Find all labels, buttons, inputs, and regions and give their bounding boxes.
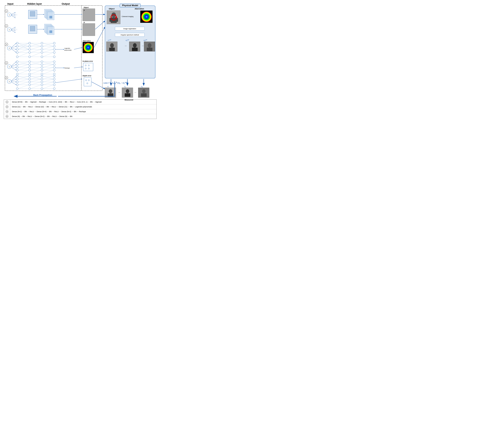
- svg-point-216: [7, 79, 11, 84]
- svg-point-72: [7, 46, 11, 50]
- svg-point-76: [16, 42, 18, 44]
- backprop-label: Back Propagation: [33, 94, 52, 96]
- svg-rect-39: [30, 11, 35, 16]
- svg-line-277: [11, 82, 16, 85]
- svg-line-185: [30, 62, 41, 65]
- legend-row-2-num: ②: [4, 104, 10, 109]
- svg-line-125: [43, 43, 53, 46]
- svg-line-275: [11, 79, 16, 81]
- svg-line-278: [55, 79, 82, 83]
- svg-line-191: [30, 70, 41, 74]
- svg-point-162: [41, 61, 43, 63]
- svg-rect-60: [28, 25, 37, 34]
- svg-rect-40: [45, 9, 51, 17]
- main-container: Input Hidden layer Output Physical Model…: [0, 0, 160, 121]
- svg-point-167: [41, 73, 43, 75]
- svg-line-205: [11, 67, 16, 67]
- svg-point-94: [53, 42, 55, 44]
- svg-point-10: [141, 12, 152, 22]
- svg-text:1: 1: [9, 81, 10, 82]
- sqrt-N-label: √IN: [141, 86, 143, 88]
- svg-text:polynomials: polynomials: [64, 49, 72, 51]
- measured-dots-1: ...: [118, 91, 120, 93]
- loss-formula-text: Loss = 1/N Σn=1N (√In − √Inest)2: [104, 82, 128, 84]
- svg-rect-66: [50, 31, 52, 33]
- svg-line-101: [18, 43, 29, 46]
- svg-point-161: [29, 73, 30, 75]
- svg-line-258: [30, 79, 41, 82]
- svg-line-136: [11, 49, 16, 53]
- svg-point-243: [53, 88, 55, 90]
- pm-angular-spectrum-box: Angular spectrum method: [115, 33, 144, 37]
- svg-text:⋮: ⋮: [29, 71, 30, 73]
- svg-text:⋮: ⋮: [16, 14, 17, 15]
- svg-point-146: [7, 65, 11, 69]
- svg-line-178: [18, 65, 29, 67]
- svg-rect-64: [46, 26, 53, 34]
- svg-line-133: [11, 43, 16, 48]
- svg-point-237: [41, 88, 43, 90]
- svg-point-96: [53, 48, 55, 50]
- svg-rect-280: [84, 77, 91, 86]
- svg-text:1: 1: [9, 14, 10, 16]
- svg-line-197: [43, 65, 53, 67]
- svg-point-156: [29, 61, 30, 63]
- svg-point-84: [29, 48, 30, 50]
- svg-rect-0: [5, 6, 81, 91]
- svg-point-15: [133, 43, 137, 48]
- svg-line-124: [43, 43, 53, 46]
- svg-point-158: [29, 66, 30, 68]
- svg-rect-42: [46, 11, 53, 19]
- svg-point-93: [41, 56, 43, 58]
- svg-rect-38: [28, 10, 37, 19]
- pm-coherent-label: Coherent imaging: [122, 16, 134, 17]
- svg-text:φ: φ: [84, 21, 85, 23]
- svg-line-276: [11, 82, 16, 82]
- physical-model-box: Physical Model Object Aberration: [105, 6, 155, 78]
- svg-line-248: [18, 79, 29, 82]
- pm-thumb-n: [129, 42, 140, 52]
- pm-image-registration-box: Image registration: [115, 27, 144, 31]
- svg-point-155: [16, 73, 18, 75]
- svg-rect-22: [108, 93, 113, 97]
- svg-point-89: [41, 45, 43, 47]
- svg-text:⋮: ⋮: [54, 54, 55, 55]
- svg-point-88: [41, 42, 43, 44]
- input-section-label: Input: [8, 2, 14, 5]
- svg-line-266: [43, 76, 53, 79]
- svg-rect-63: [45, 25, 52, 33]
- svg-point-78: [16, 48, 18, 50]
- pm-sqrt-N-est-label: √INest: [143, 39, 147, 41]
- svg-point-235: [41, 84, 43, 86]
- svg-point-51: [7, 28, 11, 31]
- svg-point-150: [16, 61, 18, 63]
- svg-line-102: [18, 43, 29, 49]
- svg-point-211: [85, 65, 86, 66]
- svg-rect-44: [50, 16, 52, 18]
- legend-row-1-text: Dense (M×M) → BN → Sigmoid → Reshape → C…: [10, 100, 157, 104]
- nn-bounding-box: [4, 2, 90, 95]
- svg-line-34: [11, 14, 15, 15]
- svg-point-142: [83, 43, 93, 52]
- svg-line-215: [74, 67, 83, 68]
- legend-row-1: ① Dense (M×M) → BN → Sigmoid → Reshape →…: [4, 100, 157, 104]
- legend-row-2-text: Dense (21) → BN → ReLU → Dense (42) → BN…: [10, 104, 157, 109]
- svg-line-144: [74, 47, 82, 49]
- svg-text:⋮: ⋮: [41, 71, 43, 73]
- svg-point-222: [16, 81, 18, 83]
- pm-sqrt-1-est-label: √I₁est: [107, 39, 111, 41]
- svg-text:1: 1: [9, 47, 10, 49]
- sqrt-1-label: √I₁: [107, 86, 109, 87]
- svg-point-90: [41, 48, 43, 50]
- svg-point-220: [16, 75, 18, 77]
- svg-rect-25: [125, 93, 130, 97]
- svg-rect-43: [47, 12, 54, 20]
- svg-point-173: [53, 73, 55, 75]
- svg-text:Object: Object: [84, 7, 89, 8]
- svg-text:⋮: ⋮: [54, 71, 55, 73]
- svg-text:⋮: ⋮: [29, 86, 30, 87]
- svg-rect-65: [47, 27, 54, 35]
- measured-thumb-N: [138, 88, 149, 98]
- physical-model-title: Physical Model: [120, 4, 141, 8]
- svg-text:Depth error: Depth error: [83, 75, 91, 77]
